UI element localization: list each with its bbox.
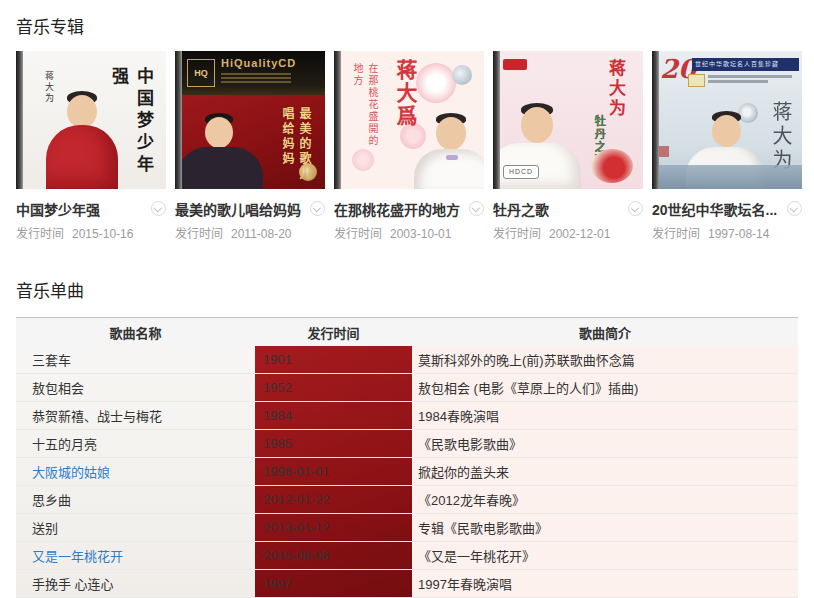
table-row: 手挽手 心连心 1997 1997年春晚演唱 xyxy=(16,570,798,598)
release-date: 2011-08-20 xyxy=(231,227,292,241)
song-name: 敖包相会 xyxy=(32,381,84,396)
album-release: 发行时间1997-08-14 xyxy=(652,224,802,241)
col-header-release-date: 发行时间 xyxy=(255,318,412,347)
table-header-row: 歌曲名称 发行时间 歌曲简介 xyxy=(16,318,798,347)
person-figure xyxy=(177,147,263,189)
album-card: 蒋大为 中国梦少年强 中国梦少年强 发行时间2015-10-16 xyxy=(16,51,166,241)
cover-title-calligraphy: 中国梦少年强 xyxy=(107,67,157,189)
song-desc: 《2012龙年春晚》 xyxy=(412,486,798,514)
song-release-date: 1901 xyxy=(255,346,412,374)
cover-brand-text: HiQualityCD xyxy=(221,57,296,69)
cover-artist-calligraphy: 蒋大为 xyxy=(767,101,796,173)
chevron-down-icon[interactable] xyxy=(151,201,166,216)
table-row: 三套车 1901 莫斯科郊外的晚上(前)苏联歌曲怀念篇 xyxy=(16,346,798,374)
song-desc: 《又是一年桃花开》 xyxy=(412,542,798,570)
cover-artist-text: 蒋大为 xyxy=(604,59,629,119)
cover-banner-text: 世纪中华歌坛名人百集珍藏 xyxy=(692,58,799,71)
page: 音乐专辑 蒋大为 中国梦少年强 中国梦少年强 发行时间2015-10-16 xyxy=(0,0,814,598)
album-card: 在那桃花盛開的地方 蒋大爲 在那桃花盛开的地方 发行时间2003-10-01 xyxy=(334,51,484,241)
singles-section-title: 音乐单曲 xyxy=(16,277,798,302)
song-release-date: 1997 xyxy=(255,570,412,598)
singles-table-body: 三套车 1901 莫斯科郊外的晚上(前)苏联歌曲怀念篇 敖包相会 1952 敖包… xyxy=(16,346,798,598)
album-release: 发行时间2002-12-01 xyxy=(493,224,643,241)
song-release-date: 2013-01-12 xyxy=(255,514,412,542)
song-name[interactable]: 大阪城的姑娘 xyxy=(32,465,110,480)
release-date: 2002-12-01 xyxy=(549,227,610,241)
album-cover[interactable]: 20 世纪中华歌坛名人百集珍藏 蒋大为 xyxy=(652,51,802,189)
table-row: 思乡曲 2012-01-22 《2012龙年春晚》 xyxy=(16,486,798,514)
album-release: 发行时间2011-08-20 xyxy=(175,224,325,241)
song-release-date: 2015-06-06 xyxy=(255,542,412,570)
album-card: HQ HiQualityCD 最美的歌儿唱给妈妈 最美的歌儿唱给妈妈 发行时间2… xyxy=(175,51,325,241)
song-name: 送别 xyxy=(32,521,58,536)
blossom-decoration xyxy=(352,149,374,171)
table-row: 送别 2013-01-12 专辑《民歌电影歌曲》 xyxy=(16,514,798,542)
table-row: 敖包相会 1952 敖包相会 (电影《草原上的人们》插曲) xyxy=(16,374,798,402)
table-row: 又是一年桃花开 2015-06-06 《又是一年桃花开》 xyxy=(16,542,798,570)
chevron-down-icon[interactable] xyxy=(469,201,484,216)
cover-top-band: HQ HiQualityCD xyxy=(175,51,325,95)
gold-stamp xyxy=(688,74,705,87)
peony-flower xyxy=(591,149,633,183)
song-desc: 莫斯科郊外的晚上(前)苏联歌曲怀念篇 xyxy=(412,346,798,374)
song-desc: 《民歌电影歌曲》 xyxy=(412,430,798,458)
great-wall-band xyxy=(652,165,802,189)
release-label: 发行时间 xyxy=(16,227,64,241)
gold-disc-logo xyxy=(299,163,317,181)
singles-table: 歌曲名称 发行时间 歌曲简介 三套车 1901 莫斯科郊外的晚上(前)苏联歌曲怀… xyxy=(16,317,798,598)
song-release-date: 1996-01-01 xyxy=(255,458,412,486)
album-list: 蒋大为 中国梦少年强 中国梦少年强 发行时间2015-10-16 HQ HiQu… xyxy=(16,51,798,241)
release-label: 发行时间 xyxy=(652,227,700,241)
blossom-decoration xyxy=(416,63,456,103)
release-date: 2003-10-01 xyxy=(390,227,451,241)
album-cover[interactable]: HQ HiQualityCD 最美的歌儿唱给妈妈 xyxy=(175,51,325,189)
release-label: 发行时间 xyxy=(175,227,223,241)
silver-badge xyxy=(452,65,472,85)
song-name: 三套车 xyxy=(32,353,71,368)
album-release: 发行时间2015-10-16 xyxy=(16,224,166,241)
person-figure xyxy=(712,115,741,147)
bow-tie xyxy=(446,155,458,160)
release-date: 2015-10-16 xyxy=(72,227,133,241)
album-cover[interactable]: 蒋大为 牡丹之歌 HDCD xyxy=(493,51,643,189)
album-cover[interactable]: 蒋大为 中国梦少年强 xyxy=(16,51,166,189)
albums-section-title: 音乐专辑 xyxy=(16,0,798,38)
song-desc: 敖包相会 (电影《草原上的人们》插曲) xyxy=(412,374,798,402)
cover-artist-text: 蒋大为 xyxy=(43,71,56,104)
chevron-down-icon[interactable] xyxy=(787,201,802,216)
album-title: 中国梦少年强 xyxy=(16,199,100,219)
person-figure xyxy=(521,107,553,143)
chevron-down-icon[interactable] xyxy=(628,201,643,216)
hq-logo: HQ xyxy=(187,59,215,87)
cover-fine-print xyxy=(708,75,792,78)
cd-spine xyxy=(16,51,23,189)
cd-spine xyxy=(493,51,500,189)
col-header-song-intro: 歌曲简介 xyxy=(412,318,798,347)
song-name[interactable]: 又是一年桃花开 xyxy=(32,549,123,564)
album-card: 蒋大为 牡丹之歌 HDCD 牡丹之歌 发行时间2002-12-01 xyxy=(493,51,643,241)
label-logo xyxy=(503,59,527,70)
song-desc: 掀起你的盖头来 xyxy=(412,458,798,486)
person-figure xyxy=(67,95,97,128)
cover-fine-print xyxy=(708,80,768,83)
table-row: 恭贺新禧、战士与梅花 1984 1984春晚演唱 xyxy=(16,402,798,430)
song-name: 恭贺新禧、战士与梅花 xyxy=(32,409,162,424)
col-header-song-name: 歌曲名称 xyxy=(16,318,255,347)
table-row: 十五的月亮 1985 《民歌电影歌曲》 xyxy=(16,430,798,458)
album-cover[interactable]: 在那桃花盛開的地方 蒋大爲 xyxy=(334,51,484,189)
album-title: 最美的歌儿唱给妈妈 xyxy=(175,199,301,219)
cd-disc-logo xyxy=(738,103,758,123)
cover-fine-print xyxy=(221,73,291,83)
chevron-down-icon[interactable] xyxy=(310,201,325,216)
album-card: 20 世纪中华歌坛名人百集珍藏 蒋大为 20世纪中华歌坛名... 发行时间199… xyxy=(652,51,802,241)
song-release-date: 1985 xyxy=(255,430,412,458)
song-desc: 专辑《民歌电影歌曲》 xyxy=(412,514,798,542)
song-name: 思乡曲 xyxy=(32,493,71,508)
red-seal xyxy=(658,146,669,157)
song-name: 十五的月亮 xyxy=(32,437,97,452)
cd-spine xyxy=(652,51,659,189)
person-figure xyxy=(436,117,466,150)
song-desc: 1984春晚演唱 xyxy=(412,402,798,430)
song-release-date: 1984 xyxy=(255,402,412,430)
album-release: 发行时间2003-10-01 xyxy=(334,224,484,241)
